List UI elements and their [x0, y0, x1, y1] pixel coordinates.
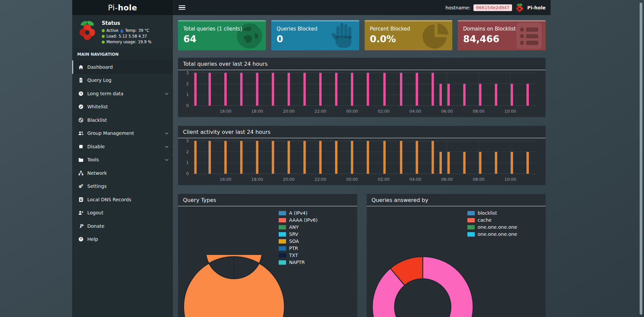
sidebar-item-help[interactable]: ?Help	[72, 233, 173, 246]
client-activity-chart[interactable]: 012316:0018:0020:0022:0000:0002:0004:000…	[178, 138, 546, 185]
sidebar-item-whitelist[interactable]: Whitelist	[72, 100, 173, 114]
network-icon	[77, 170, 85, 176]
chart-bar	[351, 141, 353, 174]
sidebar-toggle-icon[interactable]	[179, 5, 185, 10]
sidebar-item-long-term-data[interactable]: Long term data	[72, 87, 173, 100]
sidebar-nav: DashboardQuery LogLong term dataWhitelis…	[72, 60, 173, 246]
legend-label: one.one.one.one	[478, 231, 517, 237]
legend-item[interactable]: PTR	[279, 246, 318, 251]
query-types-panel: Query Types A (IPv4)AAAA (IPv6)ANYSRVSOA…	[178, 194, 357, 317]
chart-bar	[224, 73, 227, 106]
sidebar-item-donate[interactable]: PDonate	[72, 219, 173, 233]
legend-label: NAPTR	[289, 260, 305, 265]
nav-section-header: MAIN NAVIGATION	[72, 48, 173, 60]
top-navbar: Pi-hole hostname: 666154e2d947 Pi-hole	[72, 0, 551, 15]
chart-bar	[526, 84, 529, 106]
sidebar-item-label: Help	[87, 236, 98, 242]
chart-bar	[224, 141, 227, 174]
app-logo[interactable]: Pi-hole	[72, 0, 173, 15]
sidebar-item-tools[interactable]: Tools	[72, 153, 173, 167]
legend-label: ANY	[289, 224, 299, 230]
sidebar-item-label: Group Management	[87, 130, 134, 136]
navbar-main: hostname: 666154e2d947 Pi-hole	[173, 0, 551, 15]
address-book-icon	[77, 197, 85, 202]
stat-card-label: Queries Blocked	[277, 26, 354, 32]
legend-item[interactable]: ANY	[279, 224, 318, 230]
chart-bar	[351, 73, 353, 106]
answered-by-donut-chart[interactable]	[371, 255, 475, 317]
chart-bar	[447, 84, 450, 106]
sidebar-item-label: Blacklist	[87, 117, 107, 123]
main-content: Total queries (1 clients)64Queries Block…	[173, 15, 551, 317]
answered-by-panel: Queries answered by blocklistcacheone.on…	[367, 194, 546, 317]
legend-item[interactable]: blocklist	[467, 210, 517, 216]
legend-item[interactable]: TXT	[279, 253, 318, 258]
legend-swatch-icon	[279, 239, 286, 244]
sidebar-item-group-management[interactable]: Group Management	[72, 127, 173, 140]
legend-item[interactable]: A (IPv4)	[279, 210, 318, 216]
page-scrollbar[interactable]	[640, 3, 642, 315]
svg-text:16:00: 16:00	[220, 177, 231, 182]
svg-text:02:00: 02:00	[378, 177, 389, 182]
chart-bar	[400, 141, 402, 174]
chart-bar	[209, 73, 211, 106]
legend-item[interactable]: one.one.one.one	[467, 231, 517, 237]
sidebar-item-query-log[interactable]: Query Log	[72, 74, 173, 87]
stat-card-value: 64	[183, 34, 261, 45]
total-queries-chart[interactable]: 012316:0018:0020:0022:0000:0002:0004:000…	[178, 70, 546, 117]
svg-text:P: P	[79, 223, 84, 229]
chart-bar	[319, 141, 322, 174]
chevron-down-icon	[165, 131, 169, 135]
legend-swatch-icon	[467, 232, 475, 236]
sidebar-item-label: Dashboard	[87, 64, 113, 70]
svg-text:1: 1	[186, 92, 189, 97]
query-types-donut-chart[interactable]	[182, 255, 286, 317]
sidebar-item-disable[interactable]: Disable	[72, 140, 173, 153]
chart-bar	[479, 84, 481, 106]
memory-label: Memory usage:	[106, 40, 136, 44]
temperature-droplet-icon	[120, 29, 124, 33]
legend-label: blocklist	[478, 210, 497, 216]
sidebar-item-local-dns-records[interactable]: Local DNS Records	[72, 193, 173, 206]
legend-item[interactable]: SRV	[279, 231, 318, 237]
question-icon: ?	[77, 236, 85, 242]
svg-text:04:00: 04:00	[410, 109, 421, 114]
logo-text-pi: Pi-	[108, 3, 118, 12]
chart-bar	[495, 84, 497, 106]
panel-title: Queries answered by	[372, 197, 428, 203]
svg-text:06:00: 06:00	[441, 177, 453, 182]
legend-item[interactable]: AAAA (IPv6)	[279, 217, 318, 223]
svg-text:20:00: 20:00	[283, 109, 295, 114]
legend-item[interactable]: cache	[467, 217, 517, 223]
pihole-app: Pi-hole hostname: 666154e2d947 Pi-hole	[72, 0, 551, 317]
svg-text:02:00: 02:00	[378, 109, 389, 114]
sidebar-item-label: Settings	[87, 183, 106, 189]
svg-text:18:00: 18:00	[251, 177, 263, 182]
legend-label: PTR	[289, 246, 298, 251]
chart-bar	[240, 141, 242, 174]
chart-bar	[304, 141, 306, 174]
legend-item[interactable]: NAPTR	[279, 260, 318, 265]
status-title: Status	[102, 20, 151, 26]
chart-bar	[194, 141, 197, 174]
stat-card-value: 84,466	[463, 34, 540, 45]
legend-label: one.one.one.one	[478, 224, 517, 230]
svg-text:00:00: 00:00	[346, 109, 358, 114]
legend-item[interactable]: SOA	[279, 239, 318, 244]
legend-label: cache	[478, 217, 492, 223]
memory-value: 19.9 %	[138, 40, 151, 44]
sidebar-item-dashboard[interactable]: Dashboard	[72, 60, 173, 74]
svg-text:0: 0	[186, 103, 189, 108]
legend-swatch-icon	[279, 260, 286, 265]
sidebar-item-network[interactable]: Network	[72, 166, 173, 180]
ban-icon	[77, 117, 85, 123]
legend-item[interactable]: one.one.one.one	[467, 224, 517, 230]
status-dot-icon	[102, 35, 105, 38]
sidebar-item-settings[interactable]: Settings	[72, 180, 173, 193]
chart-bar	[304, 73, 306, 106]
sidebar-item-blacklist[interactable]: Blacklist	[72, 113, 173, 127]
svg-text:0: 0	[186, 171, 189, 176]
svg-text:3: 3	[186, 139, 189, 143]
sidebar-item-logout[interactable]: Logout	[72, 206, 173, 220]
stat-card-domains-on-blocklist: Domains on Blocklist84,466	[458, 20, 546, 50]
